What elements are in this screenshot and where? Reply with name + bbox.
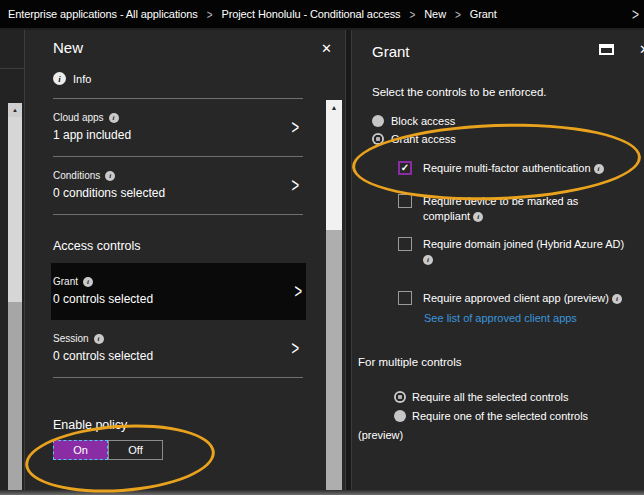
new-policy-blade: New ✕ i Info Cloud apps i 1 app included… [25, 30, 345, 490]
breadcrumb-overflow-chevron-icon[interactable]: > [632, 4, 639, 24]
azure-portal-screen: Enterprise applications - All applicatio… [0, 0, 644, 495]
grant-blade-header: Grant ✕ [372, 40, 644, 62]
radio-label: Require one of the selected controls (pr… [358, 410, 588, 441]
checkbox-label: Require multi-factor authentication [423, 162, 591, 174]
row-grant[interactable]: Grant i 0 controls selected > [51, 263, 306, 320]
breadcrumb-separator-icon: > [410, 7, 416, 21]
page-title: New [53, 39, 321, 56]
info-icon: i [53, 72, 66, 85]
multiple-controls-section: For multiple controls Require all the se… [358, 356, 644, 445]
row-value: 0 controls selected [53, 292, 303, 306]
radio-grant-access[interactable]: Grant access [372, 133, 644, 145]
checkbox-icon[interactable]: ✓ [398, 291, 412, 305]
blade-gap [345, 30, 352, 490]
breadcrumb-item-grant[interactable]: Grant [470, 8, 497, 20]
radio-label: Grant access [391, 133, 456, 145]
previous-blade-edge: ▲ [0, 30, 25, 490]
checkbox-require-approved-client-app[interactable]: ✓ Require approved client app (preview) … [398, 291, 644, 306]
scrollbar-thumb[interactable] [326, 230, 342, 490]
close-icon[interactable]: ✕ [321, 42, 332, 55]
grant-blade: Grant ✕ Select the controls to be enforc… [352, 30, 644, 490]
info-icon: i [423, 255, 433, 265]
maximize-icon[interactable] [599, 44, 614, 55]
info-icon: i [612, 294, 622, 304]
row-conditions[interactable]: Conditions i 0 conditions selected > [53, 157, 303, 214]
checkbox-label: Require device to be marked as compliant [423, 195, 578, 222]
checkbox-require-domain-joined[interactable]: ✓ Require domain joined (Hybrid Azure AD… [398, 237, 644, 267]
checkbox-icon[interactable]: ✓ [398, 161, 412, 175]
row-value: 0 conditions selected [53, 186, 303, 200]
checkbox-require-mfa[interactable]: ✓ Require multi-factor authentication i [398, 161, 644, 176]
toggle-on-button[interactable]: On [53, 440, 108, 460]
info-label: Info [73, 73, 91, 85]
radio-require-all-controls[interactable]: Require all the selected controls [358, 388, 604, 407]
row-cloud-apps[interactable]: Cloud apps i 1 app included > [53, 99, 303, 156]
new-blade-content: Cloud apps i 1 app included > Conditions… [53, 98, 303, 460]
checkbox-require-compliant-device[interactable]: ✓ Require device to be marked as complia… [398, 194, 644, 224]
info-icon: i [473, 212, 483, 222]
radio-icon[interactable] [394, 410, 406, 422]
checkbox-icon[interactable]: ✓ [398, 194, 412, 208]
breadcrumb-item-enterprise-applications[interactable]: Enterprise applications - All applicatio… [8, 8, 198, 20]
row-value: 1 app included [53, 128, 303, 142]
info-icon: i [594, 164, 604, 174]
row-value: 0 controls selected [53, 349, 303, 363]
row-label: Session [53, 333, 89, 344]
new-blade-vertical-scrollbar[interactable]: ▲ [326, 100, 342, 490]
chevron-right-icon: > [291, 174, 299, 197]
radio-label: Block access [391, 115, 455, 127]
breadcrumb-item-new[interactable]: New [424, 8, 446, 20]
multiple-controls-heading: For multiple controls [358, 356, 644, 368]
breadcrumb-item-conditional-access[interactable]: Project Honolulu - Conditional access [221, 8, 400, 20]
radio-label: Require all the selected controls [412, 391, 569, 403]
row-label: Conditions [53, 170, 100, 181]
enable-policy-toggle: On Off [53, 440, 163, 460]
radio-icon[interactable] [372, 133, 384, 145]
info-icon: i [105, 171, 115, 181]
access-controls-heading: Access controls [53, 239, 303, 253]
enable-policy-heading: Enable policy [53, 418, 303, 432]
row-session[interactable]: Session i 0 controls selected > [53, 320, 303, 377]
close-icon[interactable]: ✕ [639, 42, 644, 57]
radio-require-one-control[interactable]: Require one of the selected controls (pr… [358, 407, 604, 445]
info-banner[interactable]: i Info [25, 56, 345, 85]
checkbox-label: Require approved client app (preview) [423, 292, 609, 304]
row-label: Cloud apps [53, 112, 104, 123]
chevron-right-icon: > [291, 337, 299, 360]
checkbox-label: Require domain joined (Hybrid Azure AD) [423, 238, 624, 250]
row-divider [53, 214, 303, 215]
scroll-up-arrow-icon[interactable]: ▲ [8, 103, 22, 117]
row-label: Grant [53, 276, 78, 287]
breadcrumb-separator-icon: > [455, 7, 461, 21]
chevron-right-icon: > [291, 116, 299, 138]
scroll-up-arrow-icon[interactable]: ▲ [326, 100, 342, 115]
info-icon: i [83, 277, 93, 287]
new-blade-header: New ✕ [25, 30, 345, 56]
toggle-off-button[interactable]: Off [108, 440, 163, 460]
info-icon: i [94, 334, 104, 344]
radio-block-access[interactable]: Block access [372, 115, 644, 127]
blade-container: ▲ New ✕ i Info Cloud apps i [0, 30, 644, 490]
grant-subtitle: Select the controls to be enforced. [372, 86, 644, 98]
checkbox-icon[interactable]: ✓ [398, 237, 412, 251]
bottom-scroll-edge[interactable] [0, 490, 644, 495]
info-icon: i [109, 113, 119, 123]
breadcrumb: Enterprise applications - All applicatio… [0, 0, 644, 28]
row-divider [53, 377, 303, 378]
radio-icon[interactable] [394, 391, 406, 403]
approved-client-apps-link[interactable]: See list of approved client apps [424, 312, 577, 324]
scrollbar-thumb[interactable] [8, 117, 22, 302]
radio-icon[interactable] [372, 115, 384, 127]
page-vertical-scrollbar[interactable]: ▲ [8, 103, 22, 490]
rail-divider [0, 68, 24, 69]
breadcrumb-separator-icon: > [207, 7, 213, 21]
chevron-right-icon: > [294, 280, 302, 303]
